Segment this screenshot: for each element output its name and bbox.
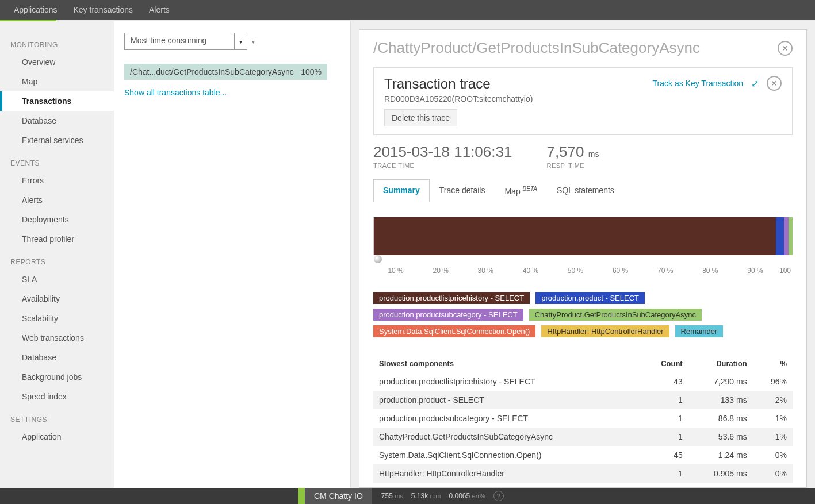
table-row[interactable]: production.product - SELECT1133 ms2%: [373, 391, 793, 409]
chart-legend: production.productlistpricehistory - SEL…: [373, 292, 793, 337]
trace-time-stat: 2015-03-18 11:06:31 TRACE TIME: [373, 143, 512, 169]
resp-time-value: 7,570 ms: [546, 143, 599, 161]
trace-tabs: Summary Trace details Map BETA SQL state…: [373, 179, 793, 202]
chart-tick: 60 %: [598, 267, 643, 275]
legend-item[interactable]: System.Data.SqlClient.SqlConnection.Open…: [373, 325, 535, 337]
nav-alerts[interactable]: Alerts: [141, 5, 178, 14]
chevron-down-icon[interactable]: ▾: [247, 39, 259, 45]
footer-accent: [298, 488, 305, 504]
table-cell-pct: 0%: [753, 464, 793, 483]
table-row[interactable]: System.Data.SqlClient.SqlConnection.Open…: [373, 446, 793, 464]
sidebar-item-sla[interactable]: SLA: [0, 270, 114, 289]
chart-tick: 70 %: [643, 267, 688, 275]
detail-pane: /ChattyProduct/GetProductsInSubCategoryA…: [351, 21, 815, 488]
transactions-column: Most time consuming ▾ ▾ /Chat...duct/Get…: [114, 21, 351, 488]
table-cell-name: Remainder: [373, 483, 641, 488]
footer-ms: 755 ms: [381, 492, 403, 500]
legend-item[interactable]: production.productsubcategory - SELECT: [373, 309, 523, 321]
sidebar-section-title: MONITORING: [0, 32, 114, 52]
sidebar-item-errors[interactable]: Errors: [0, 171, 114, 190]
sidebar-item-thread-profiler[interactable]: Thread profiler: [0, 229, 114, 249]
sort-select-label: Most time consuming: [125, 33, 234, 49]
table-cell-name: production.productsubcategory - SELECT: [373, 409, 641, 428]
legend-item[interactable]: production.productlistpricehistory - SEL…: [373, 292, 530, 304]
legend-item[interactable]: Remainder: [675, 325, 724, 337]
table-cell-count: 1: [641, 464, 688, 483]
transaction-row[interactable]: /Chat...duct/GetProductsInSubCategoryAsy…: [124, 64, 327, 80]
chart-tick: 100: [778, 267, 793, 275]
legend-item[interactable]: production.product - SELECT: [535, 292, 645, 304]
sidebar-item-availability[interactable]: Availability: [0, 289, 114, 309]
tab-trace-details[interactable]: Trace details: [430, 179, 495, 202]
chart-tick: 50 %: [553, 267, 598, 275]
chart-tick: 30 %: [463, 267, 508, 275]
sidebar-item-overview[interactable]: Overview: [0, 52, 114, 72]
sidebar-item-application[interactable]: Application: [0, 427, 114, 447]
table-row[interactable]: HttpHandler: HttpControllerHandler10.905…: [373, 464, 793, 483]
expand-icon[interactable]: ⤢: [751, 78, 759, 89]
footer-app-name[interactable]: CM Chatty IO: [305, 488, 372, 504]
resp-time-stat: 7,570 ms RESP. TIME: [546, 143, 599, 169]
sidebar-item-deployments[interactable]: Deployments: [0, 210, 114, 229]
slider-thumb-icon[interactable]: [374, 255, 382, 263]
sort-select[interactable]: Most time consuming ▾: [124, 33, 247, 50]
delete-trace-button[interactable]: Delete this trace: [384, 109, 457, 126]
sidebar-item-map[interactable]: Map: [0, 72, 114, 91]
table-row[interactable]: ChattyProduct.GetProductsInSubCategoryAs…: [373, 428, 793, 446]
legend-item[interactable]: HttpHandler: HttpControllerHandler: [541, 325, 669, 337]
table-cell-duration: 7,290 ms: [688, 372, 753, 391]
sidebar-item-transactions[interactable]: Transactions: [0, 91, 114, 111]
footer-err: 0.0065 err%: [449, 492, 485, 500]
table-cell-pct: 1%: [753, 409, 793, 428]
table-cell-pct: 1%: [753, 428, 793, 446]
sidebar-item-background-jobs[interactable]: Background jobs: [0, 367, 114, 387]
table-cell-count: 43: [641, 372, 688, 391]
tab-summary[interactable]: Summary: [373, 179, 430, 202]
table-cell-name: production.product - SELECT: [373, 391, 641, 409]
sidebar-section-title: SETTINGS: [0, 406, 114, 427]
table-cell-name: production.productlistpricehistory - SEL…: [373, 372, 641, 391]
sidebar-section-title: EVENTS: [0, 150, 114, 171]
table-row[interactable]: production.productsubcategory - SELECT18…: [373, 409, 793, 428]
tab-map[interactable]: Map BETA: [495, 179, 547, 202]
sidebar-item-database[interactable]: Database: [0, 111, 114, 130]
chart-segment: [789, 217, 793, 255]
help-icon[interactable]: ?: [493, 491, 504, 501]
legend-item[interactable]: ChattyProduct.GetProductsInSubCategoryAs…: [529, 309, 702, 321]
table-cell-count: 1: [641, 409, 688, 428]
trace-subtitle: RD000D3A105220(ROOT:sitecmchattyio): [384, 94, 533, 103]
sidebar-item-scalability[interactable]: Scalability: [0, 309, 114, 328]
show-all-link[interactable]: Show all transactions table...: [124, 88, 350, 97]
chart-xaxis: 10 %20 %30 %40 %50 %60 %70 %80 %90 %100: [373, 267, 793, 275]
trace-time-label: TRACE TIME: [373, 162, 512, 169]
table-row[interactable]: production.productlistpricehistory - SEL…: [373, 372, 793, 391]
sidebar-item-speed-index[interactable]: Speed index: [0, 387, 114, 406]
footer-bar: CM Chatty IO 755 ms 5.13k rpm 0.0065 err…: [0, 488, 815, 504]
table-row[interactable]: Remainder11.73 ms0%: [373, 483, 793, 488]
sidebar-item-external-services[interactable]: External services: [0, 130, 114, 150]
table-cell-pct: 0%: [753, 446, 793, 464]
table-cell-duration: 1.73 ms: [688, 483, 753, 488]
chart-segment: [784, 217, 788, 255]
nav-applications[interactable]: Applications: [6, 5, 66, 14]
table-header-pct: %: [753, 355, 793, 372]
resp-time-label: RESP. TIME: [546, 162, 599, 169]
tab-sql[interactable]: SQL statements: [547, 179, 624, 202]
close-trace-icon[interactable]: ✕: [767, 76, 782, 91]
table-cell-count: 1: [641, 483, 688, 488]
table-cell-duration: 86.8 ms: [688, 409, 753, 428]
chart-tick: 40 %: [508, 267, 553, 275]
nav-key-transactions[interactable]: Key transactions: [66, 5, 141, 14]
sidebar-item-alerts[interactable]: Alerts: [0, 190, 114, 210]
chart-tick: 20 %: [418, 267, 463, 275]
sidebar-item-database[interactable]: Database: [0, 348, 114, 367]
table-header-duration: Duration: [688, 355, 753, 372]
table-cell-pct: 2%: [753, 391, 793, 409]
transaction-name: /Chat...duct/GetProductsInSubCategoryAsy…: [130, 67, 294, 76]
close-icon[interactable]: ✕: [778, 41, 793, 56]
top-nav: Applications Key transactions Alerts: [0, 0, 815, 20]
sidebar-item-web-transactions[interactable]: Web transactions: [0, 328, 114, 348]
table-cell-duration: 0.905 ms: [688, 464, 753, 483]
table-cell-duration: 53.6 ms: [688, 428, 753, 446]
track-key-link[interactable]: Track as Key Transaction: [653, 79, 743, 88]
